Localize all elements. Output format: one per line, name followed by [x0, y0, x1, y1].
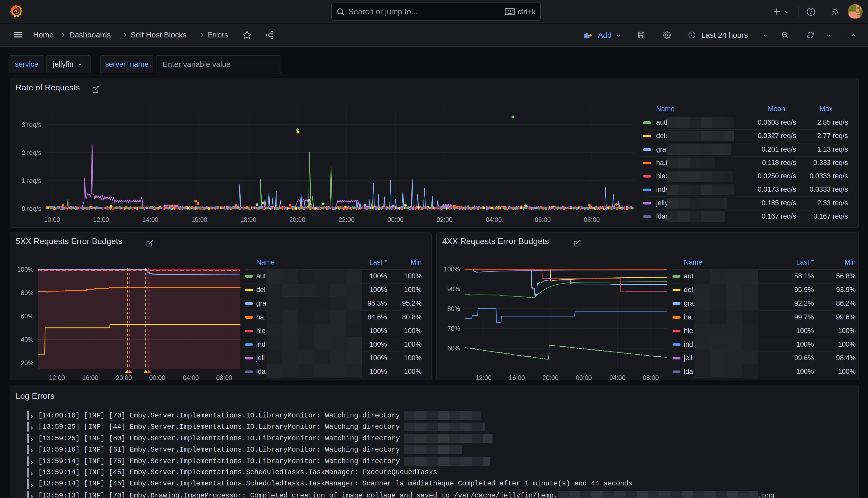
svg-text:08:00: 08:00 — [643, 374, 659, 380]
svg-text:100%: 100% — [444, 265, 460, 273]
svg-text:60%: 60% — [448, 344, 460, 352]
svg-text:20%: 20% — [21, 359, 34, 366]
svg-text:00:00: 00:00 — [149, 374, 165, 380]
svg-text:100%: 100% — [17, 266, 34, 273]
svg-text:16:00: 16:00 — [82, 374, 98, 380]
svg-text:40%: 40% — [21, 336, 34, 343]
svg-text:16:00: 16:00 — [509, 374, 525, 380]
svg-text:04:00: 04:00 — [183, 374, 199, 380]
svg-text:80%: 80% — [448, 305, 460, 312]
svg-text:08:00: 08:00 — [216, 374, 232, 380]
svg-text:20:00: 20:00 — [116, 374, 132, 380]
svg-text:80%: 80% — [21, 289, 34, 296]
svg-text:12:00: 12:00 — [49, 374, 65, 380]
svg-text:60%: 60% — [21, 313, 34, 320]
svg-text:20:00: 20:00 — [543, 374, 559, 380]
svg-text:90%: 90% — [448, 285, 460, 292]
svg-text:00:00: 00:00 — [576, 374, 592, 380]
svg-text:70%: 70% — [448, 325, 460, 332]
svg-text:12:00: 12:00 — [476, 374, 492, 380]
svg-text:04:00: 04:00 — [610, 374, 626, 380]
